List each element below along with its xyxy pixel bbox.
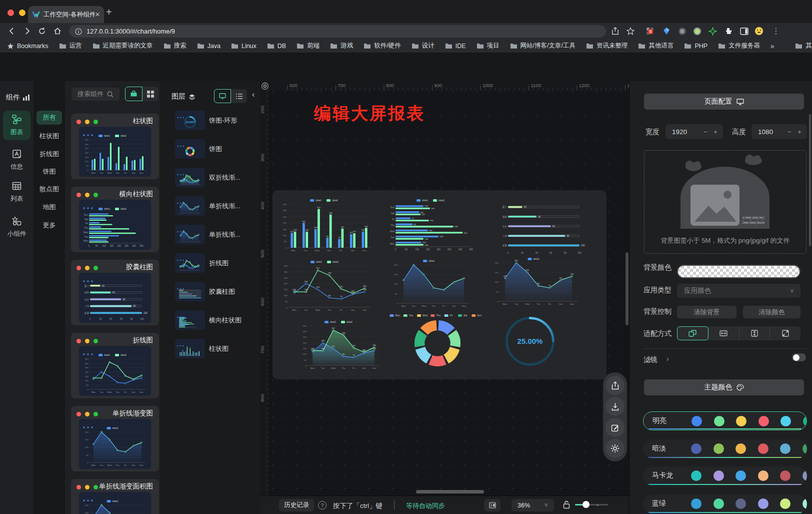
bookmark-folder[interactable]: Linux — [231, 42, 256, 50]
background-upload-dropzone[interactable]: 背景图需小于 5M，格式为 png/jpg/gif 的文件 — [644, 150, 806, 254]
extension-green-circle-icon[interactable] — [691, 25, 703, 37]
new-tab-button[interactable]: + — [106, 7, 112, 18]
card-thumbnail[interactable]: data1data2050100150200250300350SunSatFri… — [79, 200, 151, 250]
app-type-select[interactable]: 应用颜色 ˅ — [677, 284, 800, 298]
layer-item[interactable]: 柱状图 — [160, 339, 260, 364]
bookmark-folder[interactable]: 搜索 — [164, 42, 186, 50]
edit-button[interactable] — [606, 418, 624, 437]
history-panel-button[interactable] — [484, 499, 500, 511]
theme-color-dot[interactable] — [780, 416, 791, 426]
theme-color-dot[interactable] — [736, 443, 746, 454]
dashboard-chart-hbar[interactable]: data1data2050100150200250300350Sun130160… — [388, 198, 478, 252]
export-button[interactable] — [606, 376, 624, 395]
category-地图[interactable]: 地图 — [36, 200, 62, 214]
zoom-slider-knob[interactable] — [582, 501, 590, 508]
card-thumbnail[interactable]: data1050100150200MonTueWedThuFriSatSun — [79, 492, 151, 514]
theme-color-dot[interactable] — [802, 498, 808, 509]
fit-scale-button[interactable] — [677, 326, 708, 340]
component-card[interactable]: 单折线渐变面积图data1050100150200MonTueWedThuFri… — [71, 479, 159, 514]
grid-view-button[interactable] — [142, 87, 159, 101]
theme-color-dot[interactable] — [691, 498, 702, 509]
bookmark-folder[interactable]: 近期需要读的文章 — [92, 42, 153, 50]
vertical-scrollbar[interactable] — [626, 252, 628, 325]
browser-menu-icon[interactable]: ⋮ — [770, 25, 782, 37]
bookmark-folder[interactable]: 运营 — [59, 42, 82, 50]
width-increase-button[interactable]: + — [714, 128, 718, 136]
extensions-puzzle-icon[interactable] — [722, 25, 734, 37]
bookmark-folder[interactable]: 设计 — [412, 42, 434, 50]
theme-color-dot[interactable] — [714, 470, 724, 481]
share-icon[interactable] — [609, 25, 621, 37]
ruler-eye-icon[interactable] — [261, 82, 269, 92]
theme-row-马卡龙[interactable]: 马卡龙 — [643, 466, 807, 485]
theme-color-dot[interactable] — [758, 470, 768, 481]
card-thumbnail[interactable]: 厦门20南阳40北京60上海80新疆100020406080100 — [79, 273, 151, 323]
theme-color-dot[interactable] — [780, 443, 790, 454]
component-card[interactable]: 单折线渐变图data1050100150200MonTueWedThuFriSa… — [71, 406, 159, 471]
component-card[interactable]: 胶囊柱图厦门20南阳40北京60上海80新疆100020406080100 — [71, 260, 159, 325]
bookmark-folder[interactable]: 资讯未整理 — [586, 42, 628, 50]
sidebar-toggle-icon[interactable] — [738, 25, 750, 37]
settings-gear-icon[interactable] — [606, 439, 624, 458]
category-散点图[interactable]: 散点图 — [36, 182, 62, 196]
theme-color-dot[interactable] — [803, 416, 808, 426]
bookmarks-overflow-chevron[interactable]: » — [770, 42, 774, 50]
theme-color-dot[interactable] — [736, 498, 746, 509]
lock-icon[interactable] — [563, 500, 570, 511]
category-所有[interactable]: 所有 — [36, 111, 62, 125]
big-screen-title-text[interactable]: 编辑大屏报表 — [314, 102, 425, 125]
dashboard-chart-line2[interactable]: data1data2050100150200250300350MonTueWed… — [280, 259, 374, 312]
zoom-slider[interactable] — [575, 504, 608, 505]
bookmark-folder[interactable]: Java — [197, 42, 220, 50]
category-饼图[interactable]: 饼图 — [36, 165, 62, 179]
theme-color-dot[interactable] — [802, 470, 808, 481]
list-view-button[interactable] — [231, 89, 247, 103]
layer-item[interactable]: 25.00%饼图-环形 — [160, 111, 260, 136]
theme-color-dot[interactable] — [714, 416, 724, 426]
extension-star-icon[interactable] — [706, 25, 718, 37]
theme-color-dot[interactable] — [736, 416, 746, 426]
theme-row-蓝绿[interactable]: 蓝绿 — [643, 494, 807, 513]
height-decrease-button[interactable]: − — [788, 128, 792, 136]
theme-color-dot[interactable] — [691, 443, 702, 454]
theme-color-dot[interactable] — [780, 498, 790, 509]
help-icon[interactable]: ? — [318, 501, 326, 509]
bookmark-folder[interactable]: 游戏 — [330, 42, 353, 50]
width-decrease-button[interactable]: − — [704, 128, 708, 136]
theme-row-明亮[interactable]: 明亮 — [643, 411, 807, 430]
theme-color-header[interactable]: 主题颜色 — [644, 379, 804, 395]
layer-item[interactable]: 折线图 — [160, 253, 260, 278]
tab-close-icon[interactable]: ✕ — [95, 11, 100, 18]
height-value[interactable]: 1080 — [758, 128, 773, 136]
extension-gem-icon[interactable] — [660, 25, 672, 37]
download-button[interactable] — [606, 397, 624, 416]
bookmark-star-icon[interactable] — [624, 25, 636, 37]
component-card[interactable]: 折线图data1data2050100150200250300350MonTue… — [71, 333, 159, 398]
thumbnail-view-button[interactable] — [214, 89, 231, 103]
design-canvas[interactable]: 6007008009001000110012001300 20030040050… — [260, 81, 629, 495]
dashboard-chart-pie[interactable]: MonTueWedThuFriSatSun — [388, 313, 488, 368]
browser-tab[interactable]: 工作空间-各种组件 ✕ — [28, 6, 104, 23]
component-card[interactable]: 横向柱状图data1data2050100150200250300350SunS… — [71, 187, 159, 252]
theme-color-dot[interactable] — [758, 443, 768, 454]
sidebar-item-widgets[interactable]: 小组件 — [3, 212, 30, 242]
dashboard-chart-bar[interactable]: data1data2050100150200250300350MonTueWed… — [279, 198, 374, 253]
search-input[interactable]: 搜索组件 — [72, 88, 120, 101]
panel-scrollbar[interactable] — [809, 114, 811, 246]
layer-item[interactable]: 饼图 — [160, 139, 260, 164]
layer-item[interactable]: 横向柱状图 — [160, 310, 260, 335]
fit-width-button[interactable] — [708, 326, 740, 340]
extension-grid-icon[interactable]: 9 — [644, 25, 656, 37]
sidebar-item-charts[interactable]: 图表 — [3, 111, 30, 140]
history-button[interactable]: 历史记录 — [279, 499, 314, 511]
category-折线图[interactable]: 折线图 — [36, 147, 62, 161]
theme-color-dot[interactable] — [714, 498, 724, 509]
minimize-window-button[interactable] — [19, 10, 26, 16]
card-view-button[interactable] — [125, 87, 142, 101]
collapse-panel-chevron[interactable]: ‹ — [252, 90, 254, 99]
close-window-button[interactable] — [8, 10, 14, 16]
theme-color-dot[interactable] — [692, 416, 702, 426]
bookmark-folder[interactable]: 项目 — [476, 42, 500, 50]
layer-item[interactable]: 双折线渐... — [160, 168, 260, 193]
dashboard-chart-capsule[interactable]: 厦门20南阳40北京60上海80新疆100020406080100 — [499, 199, 586, 255]
